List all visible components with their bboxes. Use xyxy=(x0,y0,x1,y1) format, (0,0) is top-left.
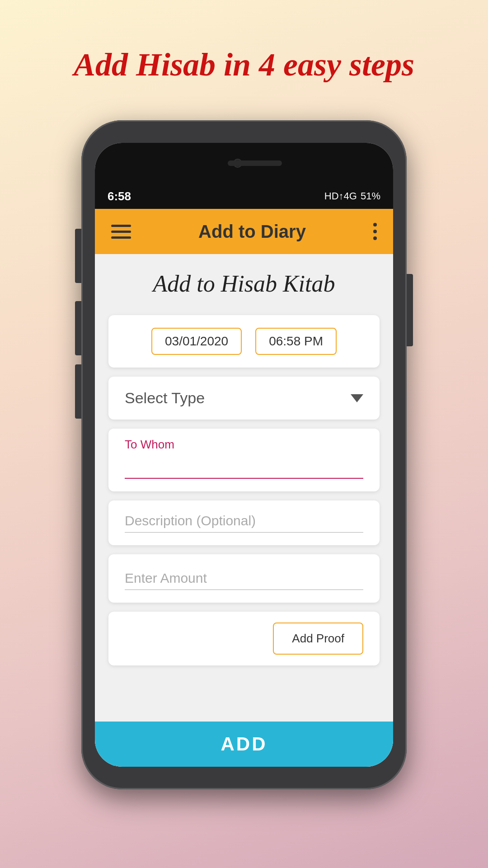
phone-screen: 6:58 HD↑4G 51% Add to Diary Add to Hisab… xyxy=(95,143,393,767)
description-input[interactable] xyxy=(125,509,363,533)
proof-row: Add Proof xyxy=(108,612,380,665)
battery-info: 51% xyxy=(361,190,380,202)
overflow-menu-button[interactable] xyxy=(373,223,377,240)
status-bar: 6:58 HD↑4G 51% xyxy=(95,184,393,209)
add-button[interactable]: ADD xyxy=(95,722,393,767)
hisab-title: Add to Hisab Kitab xyxy=(95,254,393,306)
date-picker-button[interactable]: 03/01/2020 xyxy=(151,328,242,355)
add-proof-button[interactable]: Add Proof xyxy=(273,623,363,655)
network-info: HD↑4G xyxy=(324,190,357,202)
app-bar-title: Add to Diary xyxy=(198,222,306,242)
content-area: Add to Hisab Kitab 03/01/2020 06:58 PM S… xyxy=(95,254,393,767)
page-headline: Add Hisab in 4 easy steps xyxy=(47,45,441,84)
to-whom-field-card: To Whom xyxy=(108,429,380,491)
hamburger-menu-button[interactable] xyxy=(111,225,131,239)
to-whom-label: To Whom xyxy=(125,438,363,452)
amount-input[interactable] xyxy=(125,567,363,590)
select-type-dropdown[interactable]: Select Type xyxy=(108,377,380,420)
status-right: HD↑4G 51% xyxy=(324,190,380,202)
app-bar: Add to Diary xyxy=(95,209,393,254)
description-field-card xyxy=(108,500,380,545)
amount-field-card xyxy=(108,554,380,603)
phone-top-bar xyxy=(95,143,393,184)
speaker xyxy=(228,160,282,166)
status-time: 6:58 xyxy=(108,189,131,203)
phone-mockup: 6:58 HD↑4G 51% Add to Diary Add to Hisab… xyxy=(81,120,407,789)
to-whom-input[interactable] xyxy=(125,455,363,479)
dropdown-arrow-icon xyxy=(351,394,363,402)
select-type-label: Select Type xyxy=(125,389,205,407)
datetime-row: 03/01/2020 06:58 PM xyxy=(108,315,380,368)
time-picker-button[interactable]: 06:58 PM xyxy=(255,328,337,355)
